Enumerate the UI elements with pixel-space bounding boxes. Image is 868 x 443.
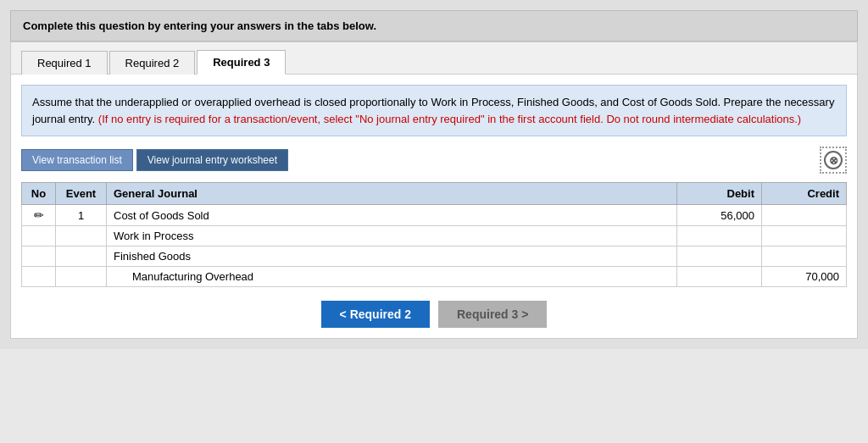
instruction-text: Complete this question by entering your … <box>23 19 376 32</box>
prev-required-button[interactable]: < Required 2 <box>321 301 430 328</box>
tab-required3[interactable]: Required 3 <box>197 50 286 75</box>
table-row: Work in Process <box>22 226 847 246</box>
cell-journal[interactable]: Cost of Goods Sold <box>107 205 677 226</box>
cell-debit[interactable]: 56,000 <box>677 205 762 226</box>
bottom-nav: < Required 2 Required 3 > <box>11 287 857 338</box>
view-journal-entry-worksheet-button[interactable]: View journal entry worksheet <box>136 149 288 171</box>
table-row: ✏1Cost of Goods Sold56,000 <box>22 205 847 226</box>
tabs-row: Required 1 Required 2 Required 3 <box>11 42 857 75</box>
cell-debit[interactable] <box>677 267 762 287</box>
tab-required2[interactable]: Required 2 <box>109 51 196 75</box>
close-button[interactable]: ⊗ <box>820 147 847 174</box>
edit-icon[interactable]: ✏ <box>34 208 44 222</box>
description-box: Assume that the underapplied or overappl… <box>21 85 847 136</box>
table-row: Finished Goods <box>22 246 847 267</box>
close-icon: ⊗ <box>824 151 843 169</box>
col-event: Event <box>56 183 107 205</box>
cell-journal[interactable]: Work in Process <box>107 226 677 246</box>
cell-no <box>22 226 56 246</box>
col-debit: Debit <box>677 183 762 205</box>
cell-event <box>56 226 107 246</box>
cell-credit[interactable] <box>762 226 847 246</box>
instruction-bar: Complete this question by entering your … <box>10 10 858 42</box>
cell-event <box>56 267 107 287</box>
button-row: View transaction list View journal entry… <box>21 147 847 174</box>
view-transaction-list-button[interactable]: View transaction list <box>21 149 133 171</box>
cell-event: 1 <box>56 205 107 226</box>
cell-credit[interactable]: 70,000 <box>762 267 847 287</box>
col-no: No <box>22 183 56 205</box>
next-required-button[interactable]: Required 3 > <box>438 301 547 328</box>
cell-credit[interactable] <box>762 246 847 267</box>
col-credit: Credit <box>762 183 847 205</box>
tab-required1[interactable]: Required 1 <box>21 51 108 75</box>
col-general-journal: General Journal <box>107 183 677 205</box>
table-row: Manufacturing Overhead70,000 <box>22 267 847 287</box>
cell-no: ✏ <box>22 205 56 226</box>
cell-journal[interactable]: Finished Goods <box>107 246 677 267</box>
cell-journal[interactable]: Manufacturing Overhead <box>107 267 677 287</box>
cell-credit[interactable] <box>762 205 847 226</box>
cell-no <box>22 267 56 287</box>
cell-no <box>22 246 56 267</box>
cell-debit[interactable] <box>677 226 762 246</box>
description-red: (If no entry is required for a transacti… <box>98 113 801 125</box>
cell-debit[interactable] <box>677 246 762 267</box>
cell-event <box>56 246 107 267</box>
journal-table: No Event General Journal Debit Credit ✏1… <box>21 182 847 287</box>
